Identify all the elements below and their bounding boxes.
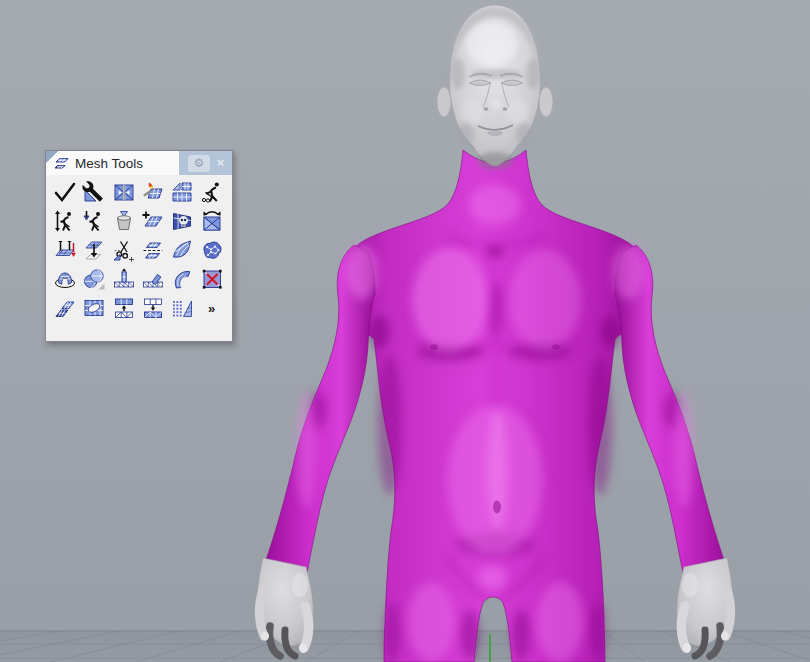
- tool-apply-mesh-worker[interactable]: [80, 208, 108, 234]
- frame-red-x-icon: [200, 267, 224, 291]
- tool-curved-ribbon[interactable]: [168, 266, 196, 292]
- tool-add-mesh-face[interactable]: [139, 208, 167, 234]
- tool-offset-planes[interactable]: [51, 295, 79, 321]
- drape-down-icon: [82, 238, 106, 262]
- wrench-icon: [82, 180, 106, 204]
- scissors-icon: [112, 238, 136, 262]
- crumpled-mesh-icon: [200, 238, 224, 262]
- tool-frame-points[interactable]: [198, 266, 226, 292]
- tool-mesh-hole[interactable]: [80, 295, 108, 321]
- mesh-ellipse-hole-icon: [82, 296, 106, 320]
- panel-settings-button[interactable]: ⚙: [188, 155, 210, 172]
- gear-icon: ⚙: [194, 156, 205, 170]
- tool-adjust-mesh-worker[interactable]: [51, 208, 79, 234]
- tool-fill-holes[interactable]: [168, 179, 196, 205]
- tool-collapse-down[interactable]: [139, 295, 167, 321]
- tool-rebuild-mesh[interactable]: [198, 179, 226, 205]
- tool-extract-faces-angled[interactable]: [139, 266, 167, 292]
- tool-mesh-dome[interactable]: [51, 266, 79, 292]
- tab-fold-corner: [46, 151, 58, 163]
- more-tools-button[interactable]: »: [198, 295, 226, 321]
- bucket-icon: [112, 209, 136, 233]
- close-icon: ×: [217, 155, 225, 170]
- worker-arrows-icon: [53, 209, 77, 233]
- tool-trim-mesh[interactable]: [110, 237, 138, 263]
- swap-edge-icon: [200, 209, 224, 233]
- points-mesh-icon: [170, 296, 194, 320]
- tool-weld-mesh[interactable]: [139, 179, 167, 205]
- ribbon-mesh-icon: [170, 267, 194, 291]
- mesh-axes-icon: [53, 238, 77, 262]
- tool-curve-patch[interactable]: [168, 237, 196, 263]
- tool-mesh-spheres[interactable]: [80, 266, 108, 292]
- tool-align-vertices[interactable]: [51, 237, 79, 263]
- mesh-tools-grid: »: [46, 175, 232, 321]
- tool-crumpled-patch[interactable]: [198, 237, 226, 263]
- tool-points-to-mesh[interactable]: [168, 295, 196, 321]
- skull-icon: [170, 209, 194, 233]
- collapse-down-icon: [141, 296, 165, 320]
- panel-controls: ⚙ ×: [188, 151, 232, 175]
- panel-tab-bar[interactable]: Mesh Tools ⚙ ×: [46, 151, 232, 175]
- offset-planes-icon: [53, 296, 77, 320]
- panel-title: Mesh Tools: [75, 156, 143, 171]
- tool-collapse-up[interactable]: [110, 295, 138, 321]
- tool-drape-mesh[interactable]: [80, 237, 108, 263]
- curved-mesh-icon: [170, 238, 194, 262]
- mesh-with-hole-icon: [170, 180, 194, 204]
- torch-flame-icon: [141, 180, 165, 204]
- tool-match-mesh-edges[interactable]: [110, 179, 138, 205]
- app-window: Mesh Tools ⚙ ×: [0, 0, 810, 662]
- mesh-tools-panel: Mesh Tools ⚙ ×: [45, 150, 233, 342]
- add-face-icon: [141, 209, 165, 233]
- tool-swap-edges[interactable]: [198, 208, 226, 234]
- flap-up-icon: [112, 267, 136, 291]
- mesh-tools-tab[interactable]: Mesh Tools: [46, 151, 179, 175]
- tool-extract-faces-up[interactable]: [110, 266, 138, 292]
- flap-angled-icon: [141, 267, 165, 291]
- match-mesh-icon: [112, 180, 136, 204]
- collapse-up-icon: [112, 296, 136, 320]
- worker-down-arrow-icon: [82, 209, 106, 233]
- tool-mesh-repair[interactable]: [80, 179, 108, 205]
- tool-cull-faces[interactable]: [168, 208, 196, 234]
- panel-close-button[interactable]: ×: [213, 155, 228, 172]
- spheres-icon: [82, 267, 106, 291]
- check-mark-icon: [53, 180, 77, 204]
- tool-check-mesh[interactable]: [51, 179, 79, 205]
- mesh-dome-icon: [53, 267, 77, 291]
- split-planes-icon: [141, 238, 165, 262]
- tool-split-plane[interactable]: [139, 237, 167, 263]
- worker-figure-icon: [200, 180, 224, 204]
- tool-empty-bucket[interactable]: [110, 208, 138, 234]
